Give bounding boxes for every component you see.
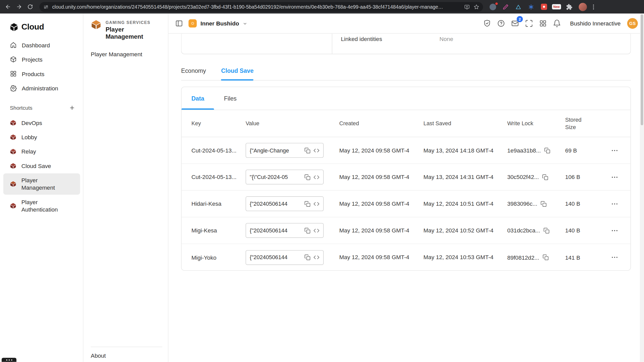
tab-data[interactable]: Data (181, 87, 214, 110)
header-actions: 2 Bushido Inneractive GS (481, 17, 638, 30)
copy-icon[interactable] (542, 174, 548, 180)
copy-icon[interactable] (544, 147, 550, 153)
feedback-widget[interactable] (2, 358, 16, 362)
service-nav-player-management[interactable]: Player Management (91, 51, 142, 58)
value-box[interactable]: "{\"Cut-2024-05 (246, 170, 324, 184)
value-box[interactable]: {"Angle-Change (246, 143, 324, 158)
sidebar-item-administration[interactable]: Administration (0, 81, 83, 95)
extensions-puzzle-icon[interactable] (565, 3, 573, 11)
home-icon (10, 41, 17, 48)
value-box[interactable]: {"20240506144 (246, 223, 324, 238)
gaming-services-package-icon (91, 19, 102, 30)
install-app-icon[interactable] (464, 4, 470, 10)
cell-stored-size: 69 B (565, 147, 603, 154)
col-write-lock: Write Lock (507, 120, 565, 127)
site-settings-icon[interactable] (43, 4, 49, 10)
value-text: "{\"Cut-2024-05 (250, 174, 301, 180)
extension-pencil-icon[interactable] (501, 3, 510, 11)
back-icon[interactable] (3, 2, 13, 12)
row-actions-icon[interactable] (608, 251, 621, 263)
copy-icon[interactable] (541, 201, 547, 207)
shortcuts-label: Shortcuts (10, 105, 33, 111)
add-shortcut-icon[interactable] (68, 104, 76, 111)
value-box[interactable]: {"20240506144 (246, 196, 324, 211)
cell-key: Migi-Yoko (191, 254, 246, 261)
code-view-icon[interactable] (313, 227, 319, 233)
code-view-icon[interactable] (313, 254, 319, 260)
col-created: Created (339, 120, 424, 127)
address-bar[interactable]: cloud.unity.com/home/organizations/24754… (39, 2, 483, 12)
tab-cloud-save[interactable]: Cloud Save (221, 67, 254, 80)
project-switcher[interactable]: Inner Bushido (189, 19, 247, 27)
tab-files[interactable]: Files (214, 87, 246, 110)
service-title: Player Management (106, 26, 161, 40)
row-actions-icon[interactable] (608, 144, 621, 156)
cloud-save-card: Data Files Key Value Created Last Saved … (181, 87, 631, 271)
copy-icon[interactable] (304, 227, 311, 233)
cell-value: {"20240506144 (246, 250, 339, 265)
row-actions-icon[interactable] (608, 171, 621, 183)
sidebar-item-player-management[interactable]: Player Management (3, 173, 80, 195)
fullscreen-icon[interactable] (523, 17, 535, 30)
col-key: Key (191, 120, 246, 127)
copy-icon[interactable] (542, 254, 549, 260)
apps-grid-icon[interactable] (537, 17, 549, 30)
service-header: GAMING SERVICES Player Management (91, 19, 161, 40)
extension-red-icon[interactable] (540, 3, 548, 11)
package-cube-icon (10, 120, 17, 126)
browser-profile-avatar[interactable] (579, 3, 587, 11)
sidebar-item-dashboard[interactable]: Dashboard (0, 38, 83, 52)
code-view-icon[interactable] (313, 201, 319, 207)
organization-name: Bushido Inneractive (570, 20, 621, 27)
sidebar-item-cloud-save[interactable]: Cloud Save (3, 159, 80, 173)
copy-icon[interactable] (304, 254, 311, 260)
value-text: {"20240506144 (250, 254, 301, 260)
extension-profile-icon[interactable] (489, 3, 497, 11)
cell-last-saved: May 12, 2024 10:51 GMT-4 (424, 200, 507, 207)
code-view-icon[interactable] (313, 174, 319, 180)
value-box[interactable]: {"20240506144 (246, 250, 324, 265)
app-header: Inner Bushido 2 Bushido Inneractive GS (169, 13, 644, 34)
unity-cloud-logo: Cloud (0, 13, 83, 38)
extension-asterisk-icon[interactable] (527, 3, 535, 11)
sidebar-item-devops[interactable]: DevOps (3, 116, 80, 130)
cell-write-lock: 3983096c... (507, 200, 565, 207)
scrollbar-thumb[interactable] (641, 14, 643, 125)
extension-triangle-icon[interactable] (514, 3, 522, 11)
copy-icon[interactable] (304, 147, 311, 153)
sidebar-item-projects[interactable]: Projects (0, 52, 83, 66)
section-tabs: Economy Cloud Save (181, 67, 631, 81)
cell-key: Cut-2024-05-13... (191, 147, 246, 154)
extension-new-icon[interactable]: New (552, 3, 561, 11)
user-avatar[interactable]: GS (627, 18, 638, 29)
tab-economy[interactable]: Economy (181, 67, 206, 80)
forward-icon[interactable] (14, 2, 24, 12)
sidebar-item-relay[interactable]: Relay (3, 145, 80, 159)
sidebar-item-player-authentication[interactable]: Player Authentication (3, 195, 80, 216)
code-view-icon[interactable] (313, 147, 319, 153)
collapse-panel-icon[interactable] (173, 17, 185, 30)
inbox-icon[interactable]: 2 (509, 17, 521, 30)
row-actions-icon[interactable] (608, 224, 621, 236)
copy-icon[interactable] (304, 174, 311, 180)
cell-last-saved: May 13, 2024 14:31 GMT-4 (424, 174, 507, 180)
reload-icon[interactable] (25, 2, 35, 12)
page-scrollbar[interactable] (640, 13, 644, 362)
privacy-shield-icon[interactable] (481, 17, 493, 30)
copy-icon[interactable] (543, 227, 550, 233)
browser-menu-icon[interactable] (589, 3, 597, 11)
grid-icon (10, 70, 17, 77)
sidebar-item-lobby[interactable]: Lobby (3, 130, 80, 144)
write-lock-text: 89f0812d2... (507, 254, 539, 261)
extension-badge (495, 2, 498, 5)
row-actions-icon[interactable] (608, 198, 621, 210)
about-link[interactable]: About (91, 352, 106, 359)
help-icon[interactable] (495, 17, 507, 30)
bookmark-star-icon[interactable] (473, 4, 479, 10)
col-last-saved: Last Saved (424, 120, 507, 127)
notifications-bell-icon[interactable] (551, 17, 563, 30)
sidebar-item-products[interactable]: Products (0, 66, 83, 81)
copy-icon[interactable] (304, 201, 311, 207)
package-cube-icon (10, 202, 17, 209)
table-row: Hidari-Kesa {"20240506144 May 12, 2024 0… (181, 191, 631, 217)
